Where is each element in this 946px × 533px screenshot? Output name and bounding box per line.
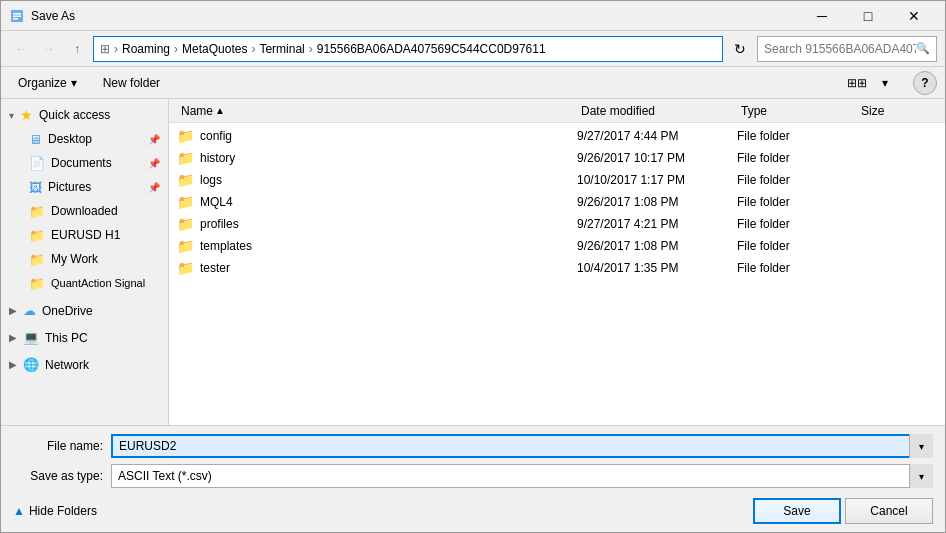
sidebar-item-pictures[interactable]: 🖼 Pictures 📌: [1, 175, 168, 199]
documents-label: Documents: [51, 156, 112, 170]
search-icon: 🔍: [916, 42, 930, 55]
file-date: 9/27/2017 4:44 PM: [577, 129, 737, 143]
view-toggle-button[interactable]: ⊞⊞: [845, 71, 869, 95]
quantaction-label: QuantAction Signal: [51, 277, 145, 289]
downloaded-icon: 📁: [29, 204, 45, 219]
network-icon: 🌐: [23, 357, 39, 372]
title-text: Save As: [31, 9, 799, 23]
hide-folders-button[interactable]: ▲ Hide Folders: [13, 504, 97, 518]
help-button[interactable]: ?: [913, 71, 937, 95]
view-arrow-button[interactable]: ▾: [873, 71, 897, 95]
network-label: Network: [45, 358, 89, 372]
sidebar-item-documents[interactable]: 📄 Documents 📌: [1, 151, 168, 175]
sidebar-section-quick-access: ▾ ★ Quick access 🖥 Desktop 📌 📄 Documents…: [1, 103, 168, 295]
sidebar-item-desktop[interactable]: 🖥 Desktop 📌: [1, 127, 168, 151]
organize-label: Organize: [18, 76, 67, 90]
file-type: File folder: [737, 195, 857, 209]
thispc-label: This PC: [45, 331, 88, 345]
maximize-button[interactable]: □: [845, 1, 891, 31]
sidebar-item-downloaded[interactable]: 📁 Downloaded: [1, 199, 168, 223]
organize-button[interactable]: Organize ▾: [9, 71, 86, 95]
sidebar-network-header[interactable]: ▶ 🌐 Network: [1, 353, 168, 376]
back-button[interactable]: ←: [9, 37, 33, 61]
new-folder-button[interactable]: New folder: [94, 71, 169, 95]
file-type: File folder: [737, 239, 857, 253]
new-folder-label: New folder: [103, 76, 160, 90]
refresh-button[interactable]: ↻: [727, 36, 753, 62]
svg-rect-3: [13, 18, 18, 20]
col-header-type[interactable]: Type: [737, 104, 857, 118]
thispc-icon: 💻: [23, 330, 39, 345]
help-icon: ?: [921, 76, 928, 90]
pictures-label: Pictures: [48, 180, 91, 194]
search-input[interactable]: [764, 42, 916, 56]
onedrive-icon: ☁: [23, 303, 36, 318]
close-button[interactable]: ✕: [891, 1, 937, 31]
col-header-size[interactable]: Size: [857, 104, 937, 118]
eurusd-icon: 📁: [29, 228, 45, 243]
svg-rect-2: [13, 15, 21, 17]
address-path[interactable]: ⊞ › Roaming › MetaQuotes › Terminal › 91…: [93, 36, 723, 62]
table-row[interactable]: 📁 config 9/27/2017 4:44 PM File folder: [169, 125, 945, 147]
quick-access-icon: ★: [20, 107, 33, 123]
filename-label: File name:: [13, 439, 103, 453]
savetype-row: Save as type: ASCII Text (*.csv) CSV (*.…: [13, 464, 933, 488]
file-date: 9/26/2017 1:08 PM: [577, 239, 737, 253]
file-pane: Name ▲ Date modified Type Size 📁 config: [169, 99, 945, 425]
sidebar-thispc-header[interactable]: ▶ 💻 This PC: [1, 326, 168, 349]
title-icon: [9, 8, 25, 24]
toolbar: Organize ▾ New folder ⊞⊞ ▾ ?: [1, 67, 945, 99]
toolbar-right: ⊞⊞ ▾ ?: [845, 71, 937, 95]
sidebar-section-network: ▶ 🌐 Network: [1, 353, 168, 376]
file-type: File folder: [737, 173, 857, 187]
col-header-date[interactable]: Date modified: [577, 104, 737, 118]
folder-icon: 📁: [177, 150, 194, 166]
downloaded-label: Downloaded: [51, 204, 118, 218]
table-row[interactable]: 📁 profiles 9/27/2017 4:21 PM File folder: [169, 213, 945, 235]
table-row[interactable]: 📁 templates 9/26/2017 1:08 PM File folde…: [169, 235, 945, 257]
up-button[interactable]: ↑: [65, 37, 89, 61]
folder-icon: 📁: [177, 172, 194, 188]
folder-icon: 📁: [177, 194, 194, 210]
documents-pin-icon: 📌: [148, 158, 160, 169]
action-row: ▲ Hide Folders Save Cancel: [13, 494, 933, 524]
desktop-pin-icon: 📌: [148, 134, 160, 145]
savetype-select[interactable]: ASCII Text (*.csv) CSV (*.csv) Text (*.t…: [111, 464, 933, 488]
folder-icon: 📁: [177, 216, 194, 232]
file-name-text: history: [200, 151, 235, 165]
file-name-text: profiles: [200, 217, 239, 231]
savetype-label: Save as type:: [13, 469, 103, 483]
search-box: 🔍: [757, 36, 937, 62]
pictures-icon: 🖼: [29, 180, 42, 195]
sidebar-item-eurusd[interactable]: 📁 EURUSD H1: [1, 223, 168, 247]
folder-icon: 📁: [177, 238, 194, 254]
folder-icon: 📁: [177, 260, 194, 276]
table-row[interactable]: 📁 logs 10/10/2017 1:17 PM File folder: [169, 169, 945, 191]
title-bar: Save As ─ □ ✕: [1, 1, 945, 31]
sidebar-item-quantaction[interactable]: 📁 QuantAction Signal: [1, 271, 168, 295]
main-content: ▾ ★ Quick access 🖥 Desktop 📌 📄 Documents…: [1, 99, 945, 425]
sidebar-quick-access-header[interactable]: ▾ ★ Quick access: [1, 103, 168, 127]
sidebar-onedrive-header[interactable]: ▶ ☁ OneDrive: [1, 299, 168, 322]
savetype-select-wrapper: ASCII Text (*.csv) CSV (*.csv) Text (*.t…: [111, 464, 933, 488]
sort-arrow-icon: ▲: [215, 105, 225, 116]
file-type: File folder: [737, 217, 857, 231]
filename-input[interactable]: [111, 434, 933, 458]
path-roaming: ⊞ › Roaming › MetaQuotes › Terminal › 91…: [100, 42, 546, 56]
forward-button[interactable]: →: [37, 37, 61, 61]
thispc-expand-icon: ▶: [9, 332, 17, 343]
table-row[interactable]: 📁 MQL4 9/26/2017 1:08 PM File folder: [169, 191, 945, 213]
file-name-text: templates: [200, 239, 252, 253]
col-header-name[interactable]: Name ▲: [177, 104, 577, 118]
minimize-button[interactable]: ─: [799, 1, 845, 31]
file-type: File folder: [737, 129, 857, 143]
sidebar-item-mywork[interactable]: 📁 My Work: [1, 247, 168, 271]
table-row[interactable]: 📁 tester 10/4/2017 1:35 PM File folder: [169, 257, 945, 279]
desktop-icon: 🖥: [29, 132, 42, 147]
save-button[interactable]: Save: [753, 498, 841, 524]
file-name-text: config: [200, 129, 232, 143]
table-row[interactable]: 📁 history 9/26/2017 10:17 PM File folder: [169, 147, 945, 169]
bottom-bar: File name: ▾ Save as type: ASCII Text (*…: [1, 425, 945, 532]
save-as-dialog: Save As ─ □ ✕ ← → ↑ ⊞ › Roaming › MetaQu…: [0, 0, 946, 533]
cancel-button[interactable]: Cancel: [845, 498, 933, 524]
